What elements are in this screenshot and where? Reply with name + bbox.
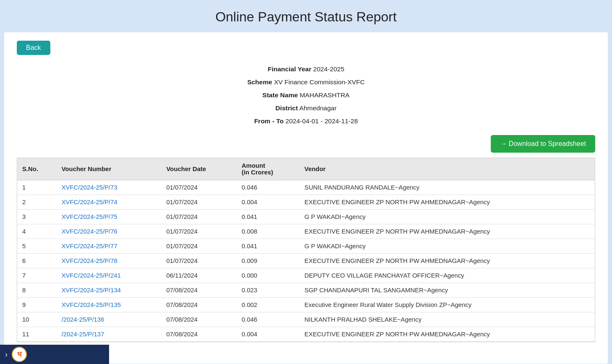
cell-amount: 0.004	[237, 195, 299, 210]
cell-vendor: G P WAKADI~Agency	[299, 239, 595, 254]
bhasini-logo: भ	[12, 347, 27, 362]
cell-voucher-date: 07/08/2024	[161, 283, 237, 298]
page-title: Online Payment Status Report	[0, 9, 612, 25]
cell-amount: 0.004	[237, 327, 299, 342]
cell-amount: 0.000	[237, 268, 299, 283]
cell-voucher-number[interactable]: /2024-25/P/137	[57, 327, 161, 342]
table-row: 3XVFC/2024-25/P/7501/07/20240.041G P WAK…	[17, 210, 595, 224]
cell-voucher-number[interactable]: XVFC/2024-25/P/76	[57, 224, 161, 239]
cell-voucher-date: 01/07/2024	[161, 254, 237, 268]
financial-year-label: Financial Year	[268, 65, 311, 73]
cell-vendor: SUNIL PANDURANG RANDALE~Agency	[299, 180, 595, 195]
from-to-label: From - To	[254, 117, 284, 125]
cell-vendor: EXECUTIVE ENGINEER ZP NORTH PW AHMEDNAGA…	[299, 254, 595, 268]
col-voucher-number: Voucher Number	[57, 158, 161, 180]
cell-sno: 4	[17, 224, 57, 239]
scheme-row: Scheme XV Finance Commission-XVFC	[17, 75, 595, 88]
table-row: 2XVFC/2024-25/P/7401/07/20240.004EXECUTI…	[17, 195, 595, 210]
cell-voucher-number[interactable]: XVFC/2024-25/P/134	[57, 283, 161, 298]
cell-amount: 0.008	[237, 224, 299, 239]
table-row: 9XVFC/2024-25/P/13507/08/20240.002Execut…	[17, 298, 595, 312]
col-amount: Amount(in Crores)	[237, 158, 299, 180]
table-row: 7XVFC/2024-25/P/24106/11/20240.000DEPUTY…	[17, 268, 595, 283]
district-row: District Ahmednagar	[17, 101, 595, 114]
scheme-label: Scheme	[247, 78, 272, 86]
cell-vendor: NILKANTH PRALHAD SHELAKE~Agency	[299, 312, 595, 327]
cell-amount: 0.041	[237, 210, 299, 224]
table-row: 8XVFC/2024-25/P/13407/08/20240.023SGP CH…	[17, 283, 595, 298]
cell-voucher-date: 06/11/2024	[161, 268, 237, 283]
cell-voucher-date: 01/07/2024	[161, 239, 237, 254]
cell-sno: 6	[17, 254, 57, 268]
cell-sno: 7	[17, 268, 57, 283]
cell-voucher-number[interactable]: XVFC/2024-25/P/74	[57, 195, 161, 210]
state-value: MAHARASHTRA	[299, 91, 349, 99]
table-row: 5XVFC/2024-25/P/7701/07/20240.041G P WAK…	[17, 239, 595, 254]
download-spreadsheet-button[interactable]: → Download to Spreadsheet	[491, 135, 595, 153]
chevron-icon: ›	[5, 350, 8, 359]
cell-voucher-date: 07/08/2024	[161, 298, 237, 312]
cell-amount: 0.002	[237, 298, 299, 312]
cell-vendor: Executive Engineer Rural Water Supply Di…	[299, 298, 595, 312]
col-sno: S.No.	[17, 158, 57, 180]
cell-amount: 0.046	[237, 180, 299, 195]
cell-voucher-date: 07/08/2024	[161, 312, 237, 327]
table-row: 10/2024-25/P/13607/08/20240.046NILKANTH …	[17, 312, 595, 327]
payments-table-container[interactable]: S.No. Voucher Number Voucher Date Amount…	[17, 158, 595, 342]
cell-voucher-number[interactable]: XVFC/2024-25/P/135	[57, 298, 161, 312]
cell-voucher-number[interactable]: XVFC/2024-25/P/78	[57, 254, 161, 268]
cell-voucher-date: 01/07/2024	[161, 224, 237, 239]
district-value: Ahmednagar	[299, 104, 337, 112]
financial-year-value: 2024-2025	[313, 65, 344, 73]
cell-voucher-date: 01/07/2024	[161, 195, 237, 210]
cell-voucher-number[interactable]: XVFC/2024-25/P/75	[57, 210, 161, 224]
cell-sno: 11	[17, 327, 57, 342]
state-label: State Name	[263, 91, 298, 99]
cell-vendor: DEPUTY CEO VILLAGE PANCHAYAT OFFICER~Age…	[299, 268, 595, 283]
col-vendor: Vendor	[299, 158, 595, 180]
cell-amount: 0.041	[237, 239, 299, 254]
cell-vendor: G P WAKADI~Agency	[299, 210, 595, 224]
cell-sno: 8	[17, 283, 57, 298]
cell-sno: 9	[17, 298, 57, 312]
cell-sno: 5	[17, 239, 57, 254]
cell-voucher-date: 01/07/2024	[161, 210, 237, 224]
bottom-bar: › भ	[0, 345, 109, 364]
table-header-row: S.No. Voucher Number Voucher Date Amount…	[17, 158, 595, 180]
cell-voucher-date: 01/07/2024	[161, 180, 237, 195]
cell-voucher-number[interactable]: XVFC/2024-25/P/77	[57, 239, 161, 254]
cell-vendor: EXECUTIVE ENGINEER ZP NORTH PW AHMEDNAGA…	[299, 327, 595, 342]
table-row: 4XVFC/2024-25/P/7601/07/20240.008EXECUTI…	[17, 224, 595, 239]
cell-amount: 0.023	[237, 283, 299, 298]
financial-year-row: Financial Year 2024-2025	[17, 62, 595, 75]
col-voucher-date: Voucher Date	[161, 158, 237, 180]
scheme-value: XV Finance Commission-XVFC	[274, 78, 365, 86]
cell-voucher-date: 07/08/2024	[161, 327, 237, 342]
table-row: 11/2024-25/P/13707/08/20240.004EXECUTIVE…	[17, 327, 595, 342]
cell-sno: 10	[17, 312, 57, 327]
from-to-value: 2024-04-01 - 2024-11-28	[286, 117, 358, 125]
district-label: District	[276, 104, 298, 112]
cell-sno: 3	[17, 210, 57, 224]
cell-voucher-number[interactable]: XVFC/2024-25/P/241	[57, 268, 161, 283]
payments-table: S.No. Voucher Number Voucher Date Amount…	[17, 158, 595, 342]
table-row: 6XVFC/2024-25/P/7801/07/20240.009EXECUTI…	[17, 254, 595, 268]
cell-voucher-number[interactable]: XVFC/2024-25/P/73	[57, 180, 161, 195]
back-button[interactable]: Back	[17, 41, 50, 55]
cell-amount: 0.046	[237, 312, 299, 327]
cell-vendor: EXECUTIVE ENGINEER ZP NORTH PW AHMEDNAGA…	[299, 195, 595, 210]
cell-sno: 2	[17, 195, 57, 210]
cell-vendor: EXECUTIVE ENGINEER ZP NORTH PW AHMEDNAGA…	[299, 224, 595, 239]
cell-vendor: SGP CHANDANAPURI TAL SANGAMNER~Agency	[299, 283, 595, 298]
state-row: State Name MAHARASHTRA	[17, 88, 595, 101]
report-info: Financial Year 2024-2025 Scheme XV Finan…	[17, 62, 595, 127]
table-row: 1XVFC/2024-25/P/7301/07/20240.046SUNIL P…	[17, 180, 595, 195]
cell-voucher-number[interactable]: /2024-25/P/136	[57, 312, 161, 327]
from-to-row: From - To 2024-04-01 - 2024-11-28	[17, 114, 595, 127]
cell-amount: 0.009	[237, 254, 299, 268]
cell-sno: 1	[17, 180, 57, 195]
